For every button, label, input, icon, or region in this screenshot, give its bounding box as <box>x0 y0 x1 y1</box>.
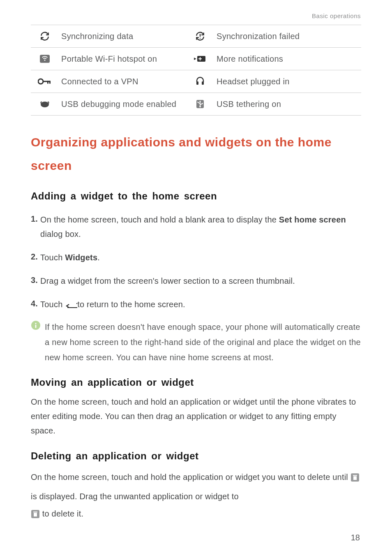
text: delete until <box>307 473 350 482</box>
status-icons-table: Synchronizing data Synchronization faile… <box>31 25 361 116</box>
headset-icon <box>186 70 214 93</box>
svg-rect-13 <box>202 81 204 85</box>
cell-label: More notifications <box>214 48 361 70</box>
step-3: 3. Drag a widget from the screen's lower… <box>31 274 361 288</box>
svg-rect-2 <box>40 55 50 63</box>
step-text: Drag a widget from the screen's lower se… <box>40 274 295 288</box>
sync-failed-icon <box>186 25 214 48</box>
svg-rect-10 <box>47 81 48 84</box>
page-number: 18 <box>351 531 360 544</box>
text: to delete it. <box>40 509 83 518</box>
page-header-section: Basic operations <box>312 12 361 21</box>
info-callout: If the home screen doesn't have enough s… <box>31 320 361 365</box>
section-heading-deleting: Deleting an application or widget <box>31 449 361 463</box>
page-title: Organizing applications and widgets on t… <box>31 130 361 177</box>
cell-label: Headset plugged in <box>214 70 361 93</box>
text: to return to the home screen. <box>77 300 185 309</box>
step-number: 2. <box>31 250 38 265</box>
paragraph: On the home screen, touch and hold an ap… <box>31 395 361 438</box>
usb-tethering-icon <box>186 93 214 116</box>
back-icon <box>65 299 77 314</box>
svg-point-14 <box>41 102 49 107</box>
bold-text: Widgets <box>65 253 97 262</box>
cell-label: USB debugging mode enabled <box>59 93 186 116</box>
more-notifications-icon <box>186 48 214 70</box>
bold-text: Set home screen <box>279 215 346 224</box>
svg-rect-19 <box>202 103 203 104</box>
cell-label: Connected to a VPN <box>59 70 186 93</box>
trash-icon <box>31 507 40 524</box>
text: Touch <box>40 253 65 262</box>
step-1: 1. On the home screen, touch and hold a … <box>31 213 361 241</box>
table-row: Connected to a VPN Headset plugged in <box>31 70 361 93</box>
svg-rect-28 <box>33 512 37 512</box>
step-text: On the home screen, touch and hold a bla… <box>40 213 361 241</box>
svg-point-8 <box>38 79 43 84</box>
text: . <box>97 253 100 262</box>
info-text: If the home screen doesn't have enough s… <box>45 320 361 365</box>
table-row: USB debugging mode enabled USB tethering… <box>31 93 361 116</box>
section-heading-adding: Adding a widget to the home screen <box>31 189 361 204</box>
text: On the home screen, touch and hold the a… <box>31 473 307 482</box>
svg-point-18 <box>197 102 198 103</box>
svg-rect-12 <box>196 81 198 85</box>
svg-point-22 <box>35 323 36 324</box>
step-4: 4. Touch to return to the home screen. <box>31 297 361 314</box>
step-number: 4. <box>31 297 38 314</box>
svg-rect-25 <box>353 475 357 476</box>
svg-rect-26 <box>353 476 357 480</box>
svg-point-1 <box>200 38 201 39</box>
info-icon <box>31 320 41 333</box>
cell-label: Portable Wi-Fi hotspot on <box>59 48 186 70</box>
trash-icon <box>350 470 360 488</box>
table-row: Portable Wi-Fi hotspot on More notificat… <box>31 48 361 70</box>
table-row: Synchronizing data Synchronization faile… <box>31 25 361 48</box>
step-text: Touch to return to the home screen. <box>40 297 185 314</box>
cell-label: USB tethering on <box>214 93 361 116</box>
sync-icon <box>31 25 59 48</box>
svg-rect-29 <box>34 513 37 517</box>
text: is displayed. Drag the unwanted applicat… <box>31 492 239 501</box>
svg-rect-9 <box>43 81 50 82</box>
step-text: Touch Widgets. <box>40 250 100 265</box>
svg-rect-11 <box>49 81 51 84</box>
text: dialog box. <box>40 229 81 239</box>
vpn-icon <box>31 70 59 93</box>
step-number: 1. <box>31 213 38 241</box>
wifi-hotspot-icon <box>31 48 59 70</box>
paragraph: On the home screen, touch and hold the a… <box>31 468 361 524</box>
text: Touch <box>40 300 65 309</box>
cell-label: Synchronizing data <box>59 25 186 48</box>
svg-rect-23 <box>35 325 37 328</box>
text: On the home screen, touch and hold a bla… <box>40 215 279 224</box>
step-number: 3. <box>31 274 38 288</box>
svg-marker-7 <box>194 58 196 60</box>
step-2: 2. Touch Widgets. <box>31 250 361 265</box>
cell-label: Synchronization failed <box>214 25 361 48</box>
section-heading-moving: Moving an application or widget <box>31 375 361 390</box>
usb-debugging-icon <box>31 93 59 116</box>
svg-point-3 <box>44 60 45 61</box>
